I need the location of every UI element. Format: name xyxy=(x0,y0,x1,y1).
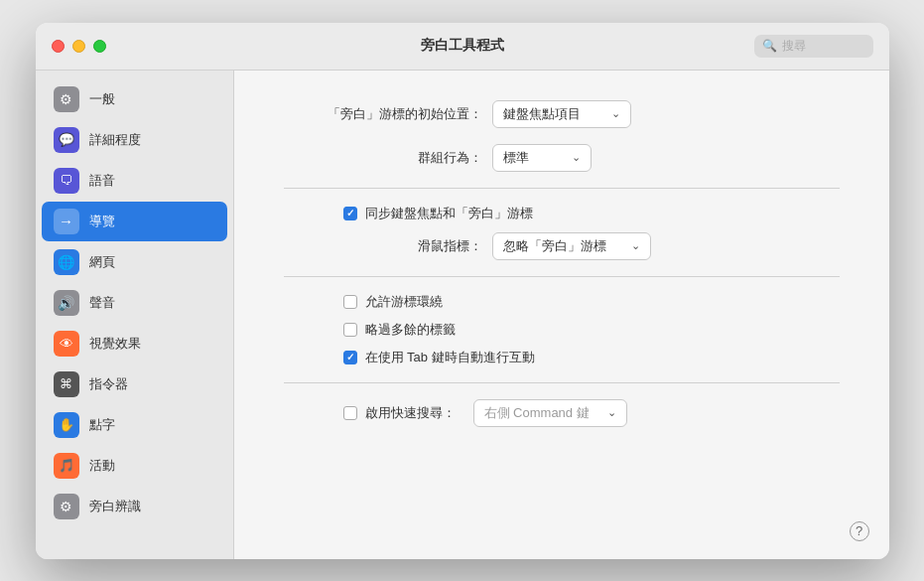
quick-search-arrow: ⌄ xyxy=(607,406,616,419)
speech-icon: 🗨 xyxy=(54,168,79,194)
quick-search-dropdown[interactable]: 右側 Command 鍵 ⌄ xyxy=(473,399,627,427)
content-area: ⚙ 一般 💬 詳細程度 🗨 語音 → 導覽 🌐 網頁 🔊 聲音 xyxy=(36,71,889,559)
divider-1 xyxy=(284,188,840,189)
quick-search-value: 右側 Command 鍵 xyxy=(484,404,590,422)
sidebar-item-verbosity[interactable]: 💬 詳細程度 xyxy=(42,120,227,160)
group-behavior-label: 群組行為： xyxy=(284,149,482,167)
sound-icon: 🔊 xyxy=(54,290,79,316)
sidebar-label-navigation: 導覽 xyxy=(89,213,115,230)
sidebar-item-visual[interactable]: 👁 視覺效果 xyxy=(42,324,227,363)
sidebar-label-web: 網頁 xyxy=(89,253,115,271)
group-behavior-dropdown[interactable]: 標準 ⌄ xyxy=(492,144,592,172)
group-behavior-arrow: ⌄ xyxy=(572,151,581,164)
mouse-row: 滑鼠指標： 忽略「旁白」游標 ⌄ xyxy=(284,232,840,260)
sidebar-item-speech[interactable]: 🗨 語音 xyxy=(42,161,227,201)
cursor-position-dropdown[interactable]: 鍵盤焦點項目 ⌄ xyxy=(492,100,631,128)
cursor-position-row: 「旁白」游標的初始位置： 鍵盤焦點項目 ⌄ xyxy=(284,100,840,128)
sidebar-label-general: 一般 xyxy=(89,90,115,108)
sidebar-item-web[interactable]: 🌐 網頁 xyxy=(42,242,227,282)
group-behavior-row: 群組行為： 標準 ⌄ xyxy=(284,144,840,172)
quick-search-checkbox[interactable] xyxy=(343,406,357,420)
sidebar-label-recognition: 旁白辨識 xyxy=(89,498,141,515)
main-wrapper: 「旁白」游標的初始位置： 鍵盤焦點項目 ⌄ 群組行為： 標準 ⌄ xyxy=(234,71,889,559)
sidebar-item-sound[interactable]: 🔊 聲音 xyxy=(42,283,227,323)
tab-interact-row: 在使用 Tab 鍵時自動進行互動 xyxy=(284,349,840,366)
help-button[interactable]: ? xyxy=(850,521,869,541)
main-window: 旁白工具程式 🔍 搜尋 ⚙ 一般 💬 詳細程度 🗨 語音 → 導覽 xyxy=(36,23,889,559)
sidebar-item-braille[interactable]: ✋ 點字 xyxy=(42,405,227,445)
close-button[interactable] xyxy=(52,40,65,53)
sidebar-label-braille: 點字 xyxy=(89,416,115,434)
sidebar-item-commander[interactable]: ⌘ 指令器 xyxy=(42,364,227,404)
sidebar-label-speech: 語音 xyxy=(89,172,115,190)
sidebar-item-recognition[interactable]: ⚙ 旁白辨識 xyxy=(42,487,227,526)
sidebar: ⚙ 一般 💬 詳細程度 🗨 語音 → 導覽 🌐 網頁 🔊 聲音 xyxy=(36,71,234,559)
general-icon: ⚙ xyxy=(54,86,79,112)
sidebar-label-visual: 視覺效果 xyxy=(89,335,141,353)
mouse-label: 滑鼠指標： xyxy=(284,237,482,255)
skip-redundant-row: 略過多餘的標籤 xyxy=(284,321,840,339)
search-box[interactable]: 🔍 搜尋 xyxy=(754,35,873,58)
allow-loop-checkbox[interactable] xyxy=(343,295,357,309)
maximize-button[interactable] xyxy=(93,40,106,53)
sidebar-label-commander: 指令器 xyxy=(89,375,128,393)
tab-interact-label: 在使用 Tab 鍵時自動進行互動 xyxy=(365,349,535,366)
cursor-position-label: 「旁白」游標的初始位置： xyxy=(284,105,482,123)
traffic-lights xyxy=(52,40,106,53)
group-behavior-value: 標準 xyxy=(503,149,529,167)
search-icon: 🔍 xyxy=(762,39,777,53)
quick-search-label: 啟用快速搜尋： xyxy=(365,404,456,422)
sidebar-item-activity[interactable]: 🎵 活動 xyxy=(42,446,227,486)
divider-2 xyxy=(284,276,840,277)
commander-icon: ⌘ xyxy=(54,371,79,397)
window-title: 旁白工具程式 xyxy=(421,37,504,55)
visual-icon: 👁 xyxy=(54,331,79,357)
divider-3 xyxy=(284,382,840,383)
mouse-value: 忽略「旁白」游標 xyxy=(503,237,606,255)
sync-row: 同步鍵盤焦點和「旁白」游標 xyxy=(284,205,840,222)
sidebar-item-general[interactable]: ⚙ 一般 xyxy=(42,79,227,119)
navigation-icon: → xyxy=(54,209,79,234)
tab-interact-checkbox[interactable] xyxy=(343,351,357,364)
quick-search-row: 啟用快速搜尋： 右側 Command 鍵 ⌄ xyxy=(284,399,840,427)
skip-redundant-label: 略過多餘的標籤 xyxy=(365,321,456,339)
sidebar-label-sound: 聲音 xyxy=(89,294,115,312)
sidebar-label-verbosity: 詳細程度 xyxy=(89,131,141,149)
verbosity-icon: 💬 xyxy=(54,127,79,153)
recognition-icon: ⚙ xyxy=(54,494,79,519)
mouse-dropdown[interactable]: 忽略「旁白」游標 ⌄ xyxy=(492,232,651,260)
cursor-position-arrow: ⌄ xyxy=(611,107,620,120)
braille-icon: ✋ xyxy=(54,412,79,438)
minimize-button[interactable] xyxy=(72,40,85,53)
allow-loop-label: 允許游標環繞 xyxy=(365,293,443,311)
web-icon: 🌐 xyxy=(54,249,79,275)
cursor-position-value: 鍵盤焦點項目 xyxy=(503,105,581,123)
search-input[interactable]: 搜尋 xyxy=(782,38,861,55)
sync-label: 同步鍵盤焦點和「旁白」游標 xyxy=(365,205,533,222)
sidebar-item-navigation[interactable]: → 導覽 xyxy=(42,202,227,241)
titlebar: 旁白工具程式 🔍 搜尋 xyxy=(36,23,889,71)
sync-checkbox[interactable] xyxy=(343,207,357,220)
mouse-arrow: ⌄ xyxy=(631,239,640,252)
skip-redundant-checkbox[interactable] xyxy=(343,323,357,337)
main-content: 「旁白」游標的初始位置： 鍵盤焦點項目 ⌄ 群組行為： 標準 ⌄ xyxy=(234,71,889,559)
sidebar-label-activity: 活動 xyxy=(89,457,115,475)
activity-icon: 🎵 xyxy=(54,453,79,479)
allow-loop-row: 允許游標環繞 xyxy=(284,293,840,311)
